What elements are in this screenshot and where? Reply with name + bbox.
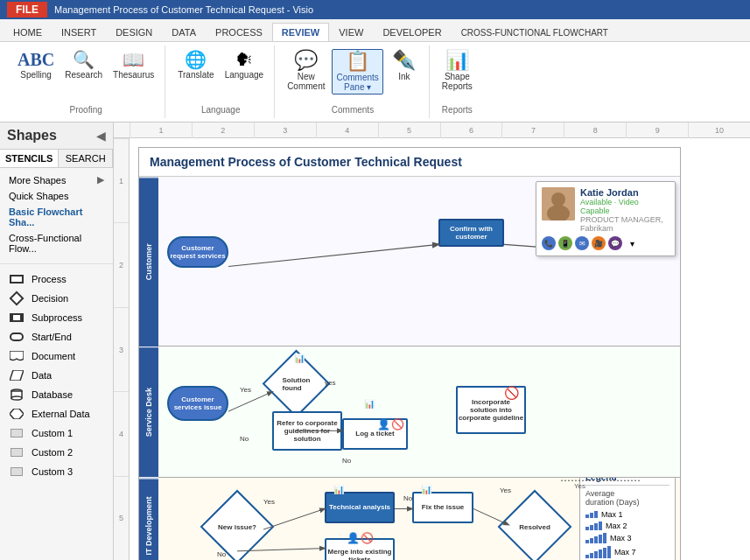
research-button[interactable]: 🔍 Research bbox=[61, 49, 106, 81]
shape-item-start-end[interactable]: Start/End bbox=[0, 327, 113, 346]
ruler-mark-5: 5 bbox=[378, 122, 440, 138]
mobile-icon-btn[interactable]: 📱 bbox=[558, 236, 572, 250]
shapes-panel: Shapes ◀ STENCILS SEARCH More Shapes ▶ Q… bbox=[0, 122, 114, 560]
shape-item-decision[interactable]: Decision bbox=[0, 289, 113, 308]
svg-point-3 bbox=[11, 396, 22, 400]
canvas-area: 1 2 3 4 5 6 7 8 9 10 1 2 3 4 5 bbox=[114, 122, 750, 560]
more-contact-button[interactable]: ▾ bbox=[625, 236, 639, 250]
new-comment-icon: 💬 bbox=[294, 51, 318, 70]
tab-view[interactable]: VIEW bbox=[329, 23, 373, 41]
ink-icon: ✒️ bbox=[392, 51, 416, 70]
technical-analysis-shape[interactable]: Technical analysis bbox=[325, 492, 395, 523]
refer-corporate-shape[interactable]: Refer to corporate guidelines for soluti… bbox=[272, 411, 342, 451]
yes-label-1: yes bbox=[325, 379, 335, 387]
customer-services-issue-shape[interactable]: Customer services issue bbox=[167, 386, 228, 421]
legend-title: Legend bbox=[585, 478, 669, 486]
shape-item-external-data[interactable]: External Data bbox=[0, 404, 113, 424]
ribbon-group-proofing: ABC Spelling 🔍 Research 📖 Thesaurus Proo… bbox=[7, 46, 165, 118]
tab-home[interactable]: HOME bbox=[4, 23, 52, 41]
tab-cross-functional[interactable]: CROSS-FUNCTIONAL FLOWCHART bbox=[452, 24, 618, 41]
ruler-mark-10: 10 bbox=[688, 122, 750, 138]
shape-reports-icon: 📊 bbox=[445, 51, 469, 70]
ruler-mark-4: 4 bbox=[316, 122, 378, 138]
translate-label: Translate bbox=[178, 70, 214, 80]
diagram-area[interactable]: Management Process of Customer Technical… bbox=[130, 138, 750, 560]
contact-card-header: Katie Jordan Available · Video Capable P… bbox=[542, 187, 669, 233]
ribbon-group-language: 🌐 Translate 🗣 Language Language bbox=[167, 46, 275, 118]
quick-shapes-link[interactable]: Quick Shapes bbox=[0, 188, 113, 204]
email-icon-btn[interactable]: ✉ bbox=[575, 236, 589, 250]
fix-issue-shape[interactable]: Fix the issue bbox=[412, 492, 473, 523]
external-data-shape-icon bbox=[9, 408, 25, 420]
shape-item-custom1[interactable]: Custom 1 bbox=[0, 424, 113, 443]
shapes-tabs: STENCILS SEARCH bbox=[0, 150, 113, 168]
language-button[interactable]: 🗣 Language bbox=[221, 49, 268, 81]
shapes-tab-stencils[interactable]: STENCILS bbox=[0, 150, 59, 167]
start-end-shape-icon bbox=[9, 331, 25, 343]
ribbon-group-comments: 💬 New Comment 📋 Comments Pane ▾ ✒️ Ink C… bbox=[277, 46, 430, 118]
process-shape-icon bbox=[9, 273, 25, 285]
ruler-mark-8: 8 bbox=[564, 122, 626, 138]
chat-icon-btn[interactable]: 💬 bbox=[608, 236, 622, 250]
customer-request-shape[interactable]: Customer request services bbox=[167, 236, 228, 268]
shapes-links: More Shapes ▶ Quick Shapes Basic Flowcha… bbox=[0, 168, 113, 260]
thesaurus-label: Thesaurus bbox=[113, 70, 154, 80]
research-label: Research bbox=[65, 70, 102, 80]
diagram-title: Management Process of Customer Technical… bbox=[139, 148, 680, 177]
mini-chart-1: 📊 bbox=[294, 354, 305, 363]
ink-button[interactable]: ✒️ Ink bbox=[387, 49, 422, 83]
comments-pane-button[interactable]: 📋 Comments Pane ▾ bbox=[332, 49, 382, 94]
tab-design[interactable]: DESIGN bbox=[106, 23, 162, 41]
tab-data[interactable]: DATA bbox=[162, 23, 206, 41]
ruler-mark-7: 7 bbox=[501, 122, 564, 138]
tab-insert[interactable]: INSERT bbox=[52, 23, 106, 41]
shape-item-custom3[interactable]: Custom 3 bbox=[0, 462, 113, 481]
new-issue-diamond[interactable]: New issue? bbox=[211, 500, 263, 553]
tab-developer[interactable]: DEVELOPER bbox=[373, 23, 451, 41]
legend-item-max7: Max 7 bbox=[585, 546, 669, 558]
shape-item-subprocess[interactable]: Subprocess bbox=[0, 308, 113, 327]
ribbon-group-reports: 📊 Shape Reports Reports bbox=[431, 46, 483, 118]
shape-reports-button[interactable]: 📊 Shape Reports bbox=[438, 49, 476, 93]
legend-subtitle: Average duration (Days) bbox=[585, 489, 669, 507]
shapes-tab-search[interactable]: SEARCH bbox=[59, 150, 113, 167]
shape-item-data[interactable]: Data bbox=[0, 366, 113, 385]
no-label-it2: No bbox=[403, 494, 412, 502]
tab-process[interactable]: PROCESS bbox=[206, 23, 272, 41]
shape-item-process[interactable]: Process bbox=[0, 270, 113, 289]
tab-review[interactable]: REVIEW bbox=[272, 23, 329, 41]
collapse-shapes-button[interactable]: ◀ bbox=[96, 129, 106, 143]
ink-label: Ink bbox=[398, 72, 410, 81]
language-label: Language bbox=[225, 70, 264, 80]
more-shapes-arrow: ▶ bbox=[97, 174, 104, 186]
basic-flowchart-link[interactable]: Basic Flowchart Sha... bbox=[0, 204, 113, 230]
resolved-diamond[interactable]: Resolved bbox=[508, 500, 561, 553]
yes-label-resolved: Yes bbox=[500, 486, 511, 494]
file-tab[interactable]: FILE bbox=[7, 2, 47, 18]
spelling-button[interactable]: ABC Spelling bbox=[14, 49, 58, 81]
contact-name: Katie Jordan bbox=[580, 187, 669, 198]
new-comment-button[interactable]: 💬 New Comment bbox=[284, 49, 328, 93]
translate-button[interactable]: 🌐 Translate bbox=[174, 49, 217, 81]
legend-bar-max3 bbox=[585, 533, 606, 543]
svg-line-10 bbox=[228, 392, 272, 411]
solution-found-diamond[interactable]: Solutionfound bbox=[272, 360, 320, 408]
shape-item-database[interactable]: Database bbox=[0, 385, 113, 404]
svg-marker-0 bbox=[10, 370, 24, 381]
ruler-left: 1 2 3 4 5 bbox=[114, 138, 130, 560]
research-icon: 🔍 bbox=[73, 51, 95, 68]
shape-item-custom2[interactable]: Custom 2 bbox=[0, 443, 113, 462]
phone-icon-btn[interactable]: 📞 bbox=[542, 236, 556, 250]
thesaurus-button[interactable]: 📖 Thesaurus bbox=[109, 49, 158, 81]
more-shapes-link[interactable]: More Shapes ▶ bbox=[0, 172, 113, 188]
ruler-mark-9: 9 bbox=[626, 122, 688, 138]
cross-functional-link[interactable]: Cross-Functional Flow... bbox=[0, 230, 113, 256]
custom2-shape-icon bbox=[9, 446, 25, 458]
service-desk-arrows bbox=[158, 346, 680, 476]
canvas-content: 1 2 3 4 5 Management Process of Customer… bbox=[114, 138, 750, 560]
video-icon-btn[interactable]: 🎥 bbox=[592, 236, 606, 250]
confirm-customer-shape[interactable]: Confirm with customer bbox=[438, 219, 504, 247]
shape-item-document[interactable]: Document bbox=[0, 346, 113, 366]
contact-icons: 📞 📱 ✉ 🎥 💬 ▾ bbox=[542, 236, 669, 250]
comments-group-label: Comments bbox=[277, 105, 429, 115]
